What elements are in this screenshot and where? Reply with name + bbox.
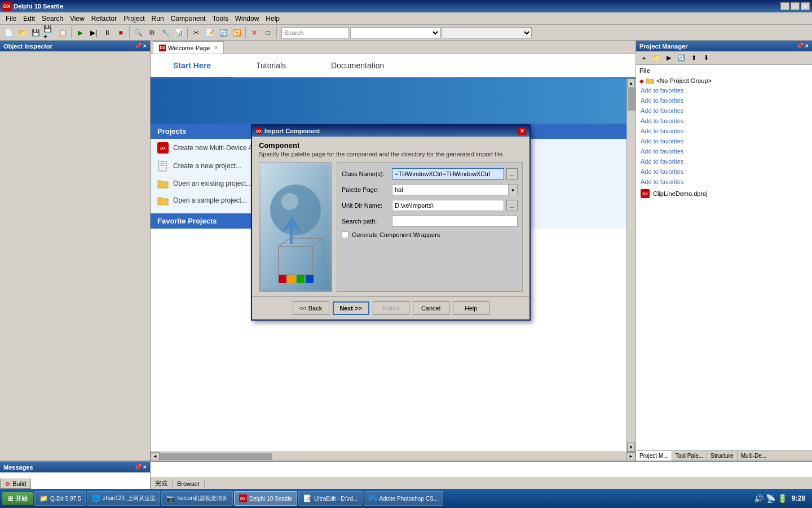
taskbar-ultraedit[interactable]: 📝 UltraEdit - D:\rd...	[298, 491, 363, 506]
tb-btn6[interactable]: 🔄	[217, 27, 230, 39]
stop-btn[interactable]: ■	[114, 27, 127, 39]
dialog-close-btn[interactable]: ×	[518, 127, 526, 135]
menu-run[interactable]: Run	[148, 14, 167, 24]
tb-btn8[interactable]: □	[262, 27, 274, 39]
palette-page-arrow[interactable]: ▼	[508, 185, 517, 196]
menu-help[interactable]: Help	[262, 14, 283, 24]
tab-tutorials[interactable]: Tutorials	[233, 54, 308, 78]
tab-structure[interactable]: Structure	[707, 451, 738, 461]
menu-component[interactable]: Component	[167, 14, 209, 24]
taskbar-halcon[interactable]: 📷 halcon机器视觉培训	[161, 491, 232, 506]
pm-close-btn[interactable]: ×	[805, 42, 809, 50]
panel-header-btns[interactable]: 📌 ×	[134, 42, 147, 50]
pm-btn4[interactable]: 🔃	[676, 52, 687, 64]
next-btn[interactable]: Next >>	[333, 301, 369, 315]
tb-btn3[interactable]: 📊	[173, 27, 185, 39]
v-scrollbar[interactable]: ▲ ▼	[626, 78, 636, 452]
class-name-input[interactable]	[392, 168, 504, 179]
scroll-thumb[interactable]	[628, 88, 636, 111]
menu-file[interactable]: File	[2, 14, 20, 24]
build-tab[interactable]: ⚙ Build	[0, 479, 31, 489]
msg-pin-btn[interactable]: 📌	[134, 463, 142, 471]
class-name-browse-btn[interactable]: ...	[506, 168, 518, 179]
tb-btn5[interactable]: 📝	[204, 27, 216, 39]
pm-btn5[interactable]: ⬆	[688, 52, 699, 64]
tb-btn2[interactable]: 🔧	[159, 27, 171, 39]
close-panel-btn[interactable]: ×	[143, 42, 147, 50]
fav-item-1[interactable]: Add to favorites	[636, 85, 812, 95]
find-btn[interactable]: 🔍	[132, 27, 144, 39]
pm-pin-btn[interactable]: 📌	[796, 42, 804, 50]
menu-project[interactable]: Project	[120, 14, 148, 24]
tab-start-here[interactable]: Start Here	[151, 54, 233, 78]
tab-multi-device[interactable]: Multi-De...	[738, 451, 770, 461]
close-btn[interactable]: ×	[801, 2, 810, 10]
menu-search[interactable]: Search	[38, 14, 67, 24]
maximize-btn[interactable]: □	[791, 2, 800, 10]
unit-dir-input[interactable]	[392, 200, 504, 211]
start-btn[interactable]: ⊞ 开始	[2, 492, 33, 505]
step-btn[interactable]: ▶|	[87, 27, 100, 39]
h-scrollbar[interactable]: ◄ ►	[151, 452, 636, 461]
fav-item-2[interactable]: Add to favorites	[636, 95, 812, 106]
pin-btn[interactable]: 📌	[134, 42, 142, 50]
fav-item-6[interactable]: Add to favorites	[636, 136, 812, 146]
taskbar-qdir[interactable]: 📁 Q-Dir 5.97.5	[34, 491, 86, 506]
tb-btn7[interactable]: 🔁	[231, 27, 243, 39]
toolbar-combo[interactable]	[350, 27, 440, 38]
pm-btn1[interactable]: +	[638, 52, 650, 64]
pm-btn3[interactable]: ▶	[663, 52, 674, 64]
scroll-down-btn[interactable]: ▼	[627, 443, 635, 452]
tb-red-x[interactable]: ✕	[248, 27, 261, 39]
saveas-btn[interactable]: 📋	[56, 27, 69, 39]
tab-project-manager[interactable]: Project M...	[636, 451, 672, 461]
finish-btn[interactable]: Finish	[373, 301, 409, 315]
open-btn[interactable]: 📂	[16, 27, 28, 39]
fav-item-5[interactable]: Add to favorites	[636, 126, 812, 136]
taskbar-photoshop[interactable]: Ps Adobe Photoshop CS...	[364, 491, 443, 506]
no-project-group-item[interactable]: ◆ <No Project Group>	[636, 76, 812, 85]
generate-wrappers-checkbox[interactable]	[342, 231, 348, 238]
tb-btn4[interactable]: ✂	[190, 27, 202, 39]
fav-item-8[interactable]: Add to favorites	[636, 156, 812, 167]
menu-view[interactable]: View	[67, 14, 88, 24]
scroll-left-btn[interactable]: ◄	[151, 452, 160, 461]
fav-item-7[interactable]: Add to favorites	[636, 146, 812, 156]
fav-item-4[interactable]: Add to favorites	[636, 116, 812, 126]
minimize-btn[interactable]: _	[780, 2, 789, 10]
menu-tools[interactable]: Tools	[209, 14, 232, 24]
taskbar-browser[interactable]: 🌐 zhao123_上网从这里...	[87, 491, 160, 506]
search-path-input[interactable]	[392, 216, 518, 227]
taskbar-delphi[interactable]: DX Delphi 10 Seattle	[234, 491, 297, 506]
scroll-up-btn[interactable]: ▲	[627, 78, 635, 87]
pm-header-btns[interactable]: 📌 ×	[796, 42, 809, 50]
help-btn[interactable]: Help	[453, 301, 489, 315]
welcome-page-tab[interactable]: DX Welcome Page ×	[153, 41, 224, 54]
fav-item-10[interactable]: Add to favorites	[636, 177, 812, 187]
run-btn[interactable]: ▶	[74, 27, 86, 39]
messages-btns[interactable]: 📌 ×	[134, 463, 147, 471]
pm-btn6[interactable]: ⬇	[700, 52, 712, 64]
clipline-demo-item[interactable]: DX ClipLineDemo.dproj	[636, 187, 812, 200]
tb-btn1[interactable]: ⚙	[145, 27, 158, 39]
new-btn[interactable]: 📄	[2, 27, 15, 39]
search-input[interactable]	[281, 27, 349, 38]
unit-dir-browse-btn[interactable]: ...	[506, 200, 518, 211]
msg-close-btn[interactable]: ×	[143, 463, 147, 471]
scroll-right-btn[interactable]: ►	[626, 452, 636, 461]
title-bar-controls[interactable]: _ □ ×	[780, 2, 810, 10]
fav-item-9[interactable]: Add to favorites	[636, 167, 812, 177]
menu-window[interactable]: Window	[232, 14, 263, 24]
toolbar-combo2[interactable]	[442, 27, 532, 38]
back-btn[interactable]: << Back	[293, 301, 329, 315]
cancel-btn[interactable]: Cancel	[413, 301, 449, 315]
tab-tool-palette[interactable]: Tool Pale...	[672, 451, 707, 461]
close-tab-btn[interactable]: ×	[214, 45, 218, 51]
tab-documentation[interactable]: Documentation	[308, 54, 407, 78]
fav-item-3[interactable]: Add to favorites	[636, 106, 812, 116]
menu-edit[interactable]: Edit	[20, 14, 38, 24]
save-all-btn[interactable]: 💾+	[43, 27, 55, 39]
pm-btn2[interactable]: 📁	[651, 52, 662, 64]
palette-page-select[interactable]: hal ▼	[392, 184, 518, 195]
menu-refactor[interactable]: Refactor	[88, 14, 120, 24]
